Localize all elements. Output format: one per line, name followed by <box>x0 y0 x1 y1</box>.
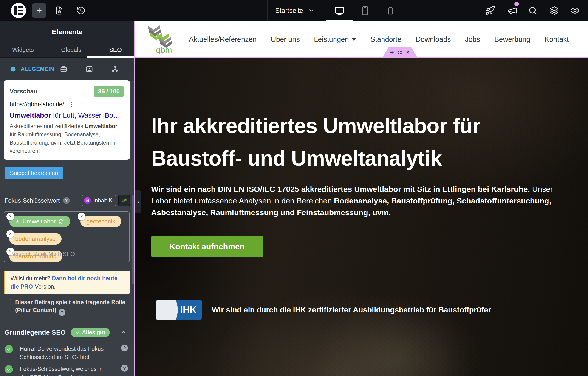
nav-downloads[interactable]: Downloads <box>415 35 451 44</box>
keyword-label: Umweltlabor <box>22 218 56 225</box>
whats-new-button[interactable] <box>507 6 517 16</box>
active-device-indicator <box>326 20 353 21</box>
ihk-text: Wir sind ein durch die IHK zertifizierte… <box>212 306 491 314</box>
focus-keyword-label: Fokus-Schlüsselwort <box>5 197 60 204</box>
share-graph-icon <box>111 65 119 73</box>
panel-collapse-button[interactable] <box>135 190 141 213</box>
rocket-icon <box>485 6 495 16</box>
scrollbar-thumb[interactable] <box>132 195 134 284</box>
preview-url: https://gbm-labor.de/ <box>10 101 64 108</box>
edit-snippet-button[interactable]: Snippet bearbeiten <box>5 167 63 179</box>
preview-title-keyword: Umweltlabor <box>10 112 51 119</box>
preview-button[interactable] <box>570 6 580 16</box>
add-element-button[interactable] <box>32 3 46 18</box>
chevron-left-icon <box>136 200 140 204</box>
help-icon[interactable]: ? <box>121 345 128 351</box>
structure-button[interactable] <box>549 6 559 16</box>
help-icon[interactable]: ? <box>121 365 128 372</box>
selected-section-outline-top <box>134 57 588 58</box>
chevron-down-icon <box>308 7 315 14</box>
seo-check-text: Hurra! Du verwendest das Fokus-Schlüssel… <box>20 345 110 361</box>
document-name: Startseite <box>275 7 304 14</box>
preview-label: Vorschau <box>10 88 37 95</box>
page-settings-button[interactable] <box>54 6 64 16</box>
hero-heading: Ihr akkreditiertes Umweltlabor für Baust… <box>151 109 570 175</box>
toolbar-divider <box>324 0 324 21</box>
device-desktop-button[interactable] <box>334 5 345 16</box>
toolbar-divider <box>267 0 268 21</box>
drag-handle-icon[interactable] <box>398 51 403 54</box>
pillar-content-checkbox[interactable] <box>5 299 11 305</box>
gbm-logo[interactable]: gbm <box>147 24 173 54</box>
add-section-icon[interactable]: + <box>390 49 394 55</box>
remove-keyword-icon[interactable]: × <box>6 230 14 238</box>
gbm-logo-text: gbm <box>156 45 172 54</box>
elementor-editor: Startseite <box>0 0 588 376</box>
hero-paragraph-bold1: Wir sind ein nach DIN EN ISO/IEC 17025 a… <box>151 185 530 193</box>
preview-desc-suffix: für Raumluftmessung, Bodenanalyse, Baust… <box>10 131 117 154</box>
document-switcher[interactable]: Startseite <box>275 0 315 21</box>
tab-globals[interactable]: Globals <box>46 42 97 57</box>
panel-tabs: Widgets Globals SEO <box>0 42 134 58</box>
delete-section-icon[interactable]: × <box>406 50 410 55</box>
seo-check-item: Hurra! Du verwendest das Fokus-Schlüssel… <box>5 345 130 361</box>
keyword-label: geotechnik <box>86 218 115 225</box>
dots-vertical-icon <box>71 102 72 103</box>
check-passed-icon <box>5 365 13 374</box>
section-handle[interactable]: + × <box>382 47 417 57</box>
tab-seo[interactable]: SEO <box>97 42 134 57</box>
schema-card-icon <box>86 65 93 73</box>
top-toolbar: Startseite <box>0 0 588 21</box>
editor-sidebar: Elemente Widgets Globals SEO ALLGEMEIN <box>0 21 134 376</box>
rankmath-tab-schema[interactable] <box>86 65 93 73</box>
nav-standorte[interactable]: Standorte <box>370 35 401 44</box>
device-tablet-button[interactable] <box>360 5 371 16</box>
help-icon[interactable]: ? <box>59 309 65 316</box>
mobile-icon <box>385 6 396 16</box>
keyword-pill[interactable]: × geotechnik <box>80 216 121 227</box>
preview-desc-prefix: Akkreditiertes und zertifiziertes <box>10 123 85 129</box>
remove-keyword-icon[interactable]: × <box>6 213 14 220</box>
nav-leistungen-label: Leistungen <box>314 35 349 44</box>
desktop-icon <box>334 6 345 16</box>
nav-jobs[interactable]: Jobs <box>465 35 480 44</box>
history-button[interactable] <box>76 6 86 16</box>
remove-keyword-icon[interactable]: × <box>78 213 86 220</box>
nav-bewerbung[interactable]: Bewerbung <box>494 35 530 44</box>
rankmath-tab-social[interactable] <box>111 65 119 73</box>
ihk-certification-row: IHK Wir sind ein durch die IHK zertifizi… <box>156 300 491 320</box>
site-header: gbm Aktuelles/Referenzen Über uns Leistu… <box>134 21 588 58</box>
history-icon <box>76 6 86 15</box>
chevron-up-icon[interactable] <box>120 329 127 335</box>
content-ai-button[interactable]: ai Inhalt-KI <box>82 195 116 206</box>
basic-seo-header[interactable]: Grundlegende SEO Alles gut <box>5 328 130 337</box>
rankmath-tab-general[interactable]: ALLGEMEIN <box>9 58 54 81</box>
rankmath-tab-advanced[interactable] <box>60 65 67 73</box>
panel-header: Elemente <box>0 21 134 42</box>
keyword-pill-primary[interactable]: × ★ Umweltlabor <box>9 216 70 227</box>
nav-kontakt[interactable]: Kontakt <box>544 35 569 44</box>
nav-leistungen[interactable]: Leistungen <box>314 35 356 44</box>
nav-aktuelles[interactable]: Aktuelles/Referenzen <box>189 35 257 44</box>
dropdown-caret-icon <box>352 38 356 41</box>
tab-widgets[interactable]: Widgets <box>0 42 46 57</box>
finder-search-button[interactable] <box>528 6 538 16</box>
elementor-menu-button[interactable] <box>11 3 26 18</box>
help-icon[interactable]: ? <box>63 197 70 204</box>
focus-keywords-input[interactable]: × ★ Umweltlabor × geotechnik × bodenanan… <box>4 211 130 262</box>
layers-icon <box>549 6 559 16</box>
star-icon[interactable]: ★ <box>15 218 20 224</box>
briefcase-icon <box>60 65 67 73</box>
device-mobile-button[interactable] <box>385 5 396 16</box>
kontakt-aufnehmen-button[interactable]: Kontakt aufnehmen <box>151 236 263 257</box>
pro-notice-suffix: -Version. <box>33 283 55 290</box>
nav-ueber-uns[interactable]: Über uns <box>271 35 300 44</box>
keyword-pill[interactable]: × bodenananlyse <box>9 233 62 245</box>
trends-button[interactable] <box>118 195 130 207</box>
panel-title: Elemente <box>52 28 82 36</box>
rankmath-tab-general-label: ALLGEMEIN <box>21 66 54 72</box>
focus-keyword-row: Fokus-Schlüsselwort ? ai Inhalt-KI <box>5 195 130 207</box>
launch-button[interactable] <box>485 6 495 16</box>
preview-description: Akkreditiertes und zertifiziertes Umwelt… <box>10 122 124 155</box>
sync-icon[interactable] <box>58 218 64 224</box>
